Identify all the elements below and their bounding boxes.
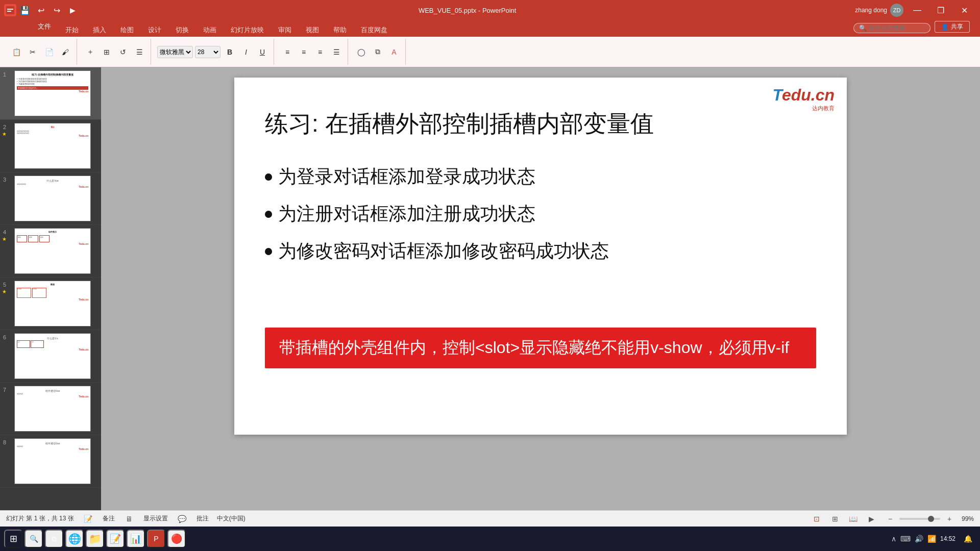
align-left-button[interactable]: ≡ xyxy=(280,45,295,59)
slide-thumbnail-5[interactable]: 5 ★ 数据 组件数据 组件数据 Tedu.cn xyxy=(0,278,101,330)
format-painter-button[interactable]: 🖌 xyxy=(58,45,72,59)
tab-view[interactable]: 视图 xyxy=(299,23,326,37)
bullet-dot-1 xyxy=(265,173,272,181)
app-icon xyxy=(4,4,16,16)
search-taskbar-button[interactable]: 🔍 xyxy=(24,530,43,548)
excel-button[interactable]: 📊 xyxy=(127,530,145,548)
speaker-icon[interactable]: 🔊 xyxy=(915,535,923,543)
bullet-list-button[interactable]: ☰ xyxy=(329,45,344,59)
slide-thumbnail-2[interactable]: 2 ★ Rit 内容内容内容内容 内容内容内容内容 Tedu.cn xyxy=(0,120,101,172)
zoom-out-button[interactable]: − xyxy=(884,513,896,525)
new-slide-button[interactable]: ＋ xyxy=(83,45,97,59)
paste-button[interactable]: 📋 xyxy=(9,45,23,59)
copy-button[interactable]: 📄 xyxy=(42,45,56,59)
close-button[interactable]: ✕ xyxy=(952,0,976,20)
zoom-slider: − + xyxy=(884,513,955,525)
bullet-text-1: 为登录对话框添加登录成功状态 xyxy=(278,164,535,189)
notification-center-button[interactable]: 🔔 xyxy=(960,531,976,547)
slide-preview-7: 组件通信Vue 内容内容 Tedu.cn xyxy=(14,386,91,432)
display-icon: 🖥 xyxy=(126,515,133,523)
comments-button[interactable]: 💬 xyxy=(176,513,188,525)
ribbon-bar: 📋 ✂ 📄 🖌 ＋ ⊞ ↺ ☰ 微软雅黑 28 B I U ≡ ≡ ≡ ☰ ◯ … xyxy=(0,37,980,67)
restore-button[interactable]: ❐ xyxy=(929,0,952,20)
redo-button[interactable]: ↪ xyxy=(50,3,64,17)
reading-view-button[interactable]: 📖 xyxy=(847,513,860,525)
font-family-select[interactable]: 微软雅黑 xyxy=(157,46,193,58)
tab-design[interactable]: 设计 xyxy=(141,23,168,37)
arrange-button[interactable]: ⧉ xyxy=(371,45,385,59)
task-view-button[interactable]: ⧉ xyxy=(45,530,63,548)
slide-thumbnail-8[interactable]: 8 组件通信Vue 内容内容 Tedu.cn xyxy=(0,435,101,488)
notepad-button[interactable]: 📝 xyxy=(106,530,125,548)
slide-preview-1: 练习:在插槽外部控制插槽内部变量值 • 为登录对话框添加登录成功状态 • 为注册… xyxy=(14,70,91,116)
fill-color-button[interactable]: A xyxy=(387,45,401,59)
tab-help[interactable]: 帮助 xyxy=(326,23,354,37)
underline-button[interactable]: U xyxy=(255,45,270,59)
slide-thumbnail-1[interactable]: 1 练习:在插槽外部控制插槽内部变量值 • 为登录对话框添加登录成功状态 • 为… xyxy=(0,67,101,120)
ppt-button[interactable]: P xyxy=(147,530,165,548)
shapes-button[interactable]: ◯ xyxy=(354,45,369,59)
italic-button[interactable]: I xyxy=(239,45,253,59)
explorer-button[interactable]: 📁 xyxy=(86,530,104,548)
tab-animation[interactable]: 动画 xyxy=(196,23,224,37)
present-button[interactable]: ▶ xyxy=(65,3,80,17)
statusbar-right: ⊡ ⊞ 📖 ▶ − + 99% xyxy=(811,513,974,525)
ribbon-group-slides: ＋ ⊞ ↺ ☰ xyxy=(79,39,151,65)
tab-slideshow[interactable]: 幻灯片放映 xyxy=(224,23,271,37)
layout-button[interactable]: ⊞ xyxy=(100,45,114,59)
slide-sorter-button[interactable]: ⊞ xyxy=(829,513,841,525)
tab-baidu[interactable]: 百度网盘 xyxy=(354,23,395,37)
comments-icon: 💬 xyxy=(178,515,186,523)
red-banner: 带插槽的外壳组件内，控制<slot>显示隐藏绝不能用v-show，必须用v-if xyxy=(265,328,816,368)
share-button[interactable]: 👤 共享 xyxy=(935,21,970,33)
bold-button[interactable]: B xyxy=(223,45,237,59)
ribbon-group-clipboard: 📋 ✂ 📄 🖌 xyxy=(5,39,77,65)
notes-mode-button[interactable]: 📝 xyxy=(82,513,94,525)
network-icon[interactable]: 📶 xyxy=(927,535,936,543)
start-button[interactable]: ⊞ xyxy=(4,530,22,548)
chrome-button[interactable]: 🔴 xyxy=(167,530,186,548)
slide-thumbnail-4[interactable]: 4 ★ 组件图示 组件 组件 组件 Tedu.cn xyxy=(0,225,101,278)
slide-preview-5: 数据 组件数据 组件数据 Tedu.cn xyxy=(14,281,91,327)
svg-rect-0 xyxy=(6,6,14,14)
bullet-item-3: 为修改密码对话框添加修改密码成功状态 xyxy=(265,239,816,264)
system-tray: ∧ ⌨ 🔊 📶 14:52 🔔 xyxy=(891,531,976,547)
keyboard-icon[interactable]: ⌨ xyxy=(900,535,911,543)
font-size-select[interactable]: 28 xyxy=(195,46,220,58)
tab-home[interactable]: 开始 xyxy=(58,23,86,37)
tab-draw[interactable]: 绘图 xyxy=(113,23,141,37)
tab-review[interactable]: 审阅 xyxy=(271,23,299,37)
save-button[interactable]: 💾 xyxy=(18,3,32,17)
slide-thumbnail-6[interactable]: 6 什么是V.x 组件 组件 Tedu.cn xyxy=(0,330,101,383)
section-button[interactable]: ☰ xyxy=(132,45,146,59)
bullet-item-1: 为登录对话框添加登录成功状态 xyxy=(265,164,816,189)
align-center-button[interactable]: ≡ xyxy=(297,45,311,59)
normal-view-button[interactable]: ⊡ xyxy=(811,513,823,525)
file-menu-button[interactable]: 文件 xyxy=(31,16,58,37)
bullet-dot-2 xyxy=(265,211,272,218)
zoom-track xyxy=(899,518,940,520)
search-input[interactable] xyxy=(869,24,925,32)
slide-panel: 1 练习:在插槽外部控制插槽内部变量值 • 为登录对话框添加登录成功状态 • 为… xyxy=(0,67,101,510)
ribbon-tab-bar: 文件 开始 插入 绘图 设计 切换 动画 幻灯片放映 审阅 视图 帮助 百度网盘… xyxy=(0,20,980,37)
slide-thumbnail-3[interactable]: 3 什么是Vue 内容内容内容 Tedu.cn xyxy=(0,172,101,225)
align-right-button[interactable]: ≡ xyxy=(313,45,327,59)
minimize-button[interactable]: — xyxy=(905,0,929,20)
slide-thumbnail-7[interactable]: 7 组件通信Vue 内容内容 Tedu.cn xyxy=(0,383,101,435)
star-icon-4: ★ xyxy=(2,236,7,242)
slideshow-button[interactable]: ▶ xyxy=(866,513,878,525)
zoom-in-button[interactable]: + xyxy=(943,513,955,525)
comments-label: 批注 xyxy=(197,514,209,523)
cut-button[interactable]: ✂ xyxy=(26,45,40,59)
tab-insert[interactable]: 插入 xyxy=(86,23,113,37)
undo-button[interactable]: ↩ xyxy=(34,3,48,17)
notes-label: 备注 xyxy=(103,514,115,523)
edge-button[interactable]: 🌐 xyxy=(65,530,84,548)
svg-rect-2 xyxy=(7,11,11,12)
tab-transition[interactable]: 切换 xyxy=(168,23,196,37)
reset-button[interactable]: ↺ xyxy=(116,45,130,59)
notification-chevron-icon[interactable]: ∧ xyxy=(891,535,896,543)
zoom-level: 99% xyxy=(962,515,974,522)
display-settings-button[interactable]: 🖥 xyxy=(123,513,135,525)
time-display: 14:52 xyxy=(940,535,955,542)
